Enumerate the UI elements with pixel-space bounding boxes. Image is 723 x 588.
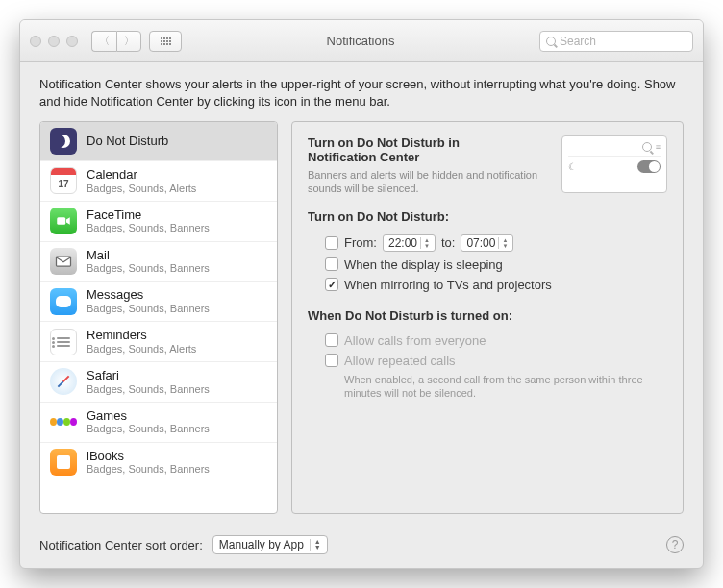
app-list[interactable]: Do Not Disturb 17 Calendar Badges, Sound… — [39, 121, 278, 514]
mirroring-label: When mirroring to TVs and projectors — [344, 278, 552, 292]
safari-icon — [50, 368, 77, 395]
sidebar-item-label: FaceTime — [87, 208, 210, 223]
titlebar: 〈 〉 Notifications Search — [20, 20, 703, 62]
sidebar-item-games[interactable]: Games Badges, Sounds, Banners — [40, 403, 277, 443]
sidebar-item-safari[interactable]: Safari Badges, Sounds, Banners — [40, 362, 277, 403]
grid-icon — [161, 37, 171, 45]
window-controls — [30, 36, 78, 47]
back-button[interactable]: 〈 — [91, 31, 116, 52]
preferences-window: 〈 〉 Notifications Search Notification Ce… — [19, 19, 704, 569]
detail-subtitle: Banners and alerts will be hidden and no… — [308, 168, 550, 196]
moon-icon: ☾ — [568, 161, 577, 172]
stepper-icon[interactable]: ▲▼ — [498, 237, 511, 249]
show-all-button[interactable] — [149, 31, 182, 52]
sidebar-item-sub: Badges, Sounds, Banners — [87, 463, 210, 476]
window-title: Notifications — [189, 34, 532, 48]
from-label: From: — [344, 235, 377, 250]
from-time-field[interactable]: 22:00 ▲▼ — [383, 234, 436, 252]
search-icon — [546, 37, 556, 46]
moon-icon — [50, 128, 77, 155]
mirroring-checkbox[interactable] — [325, 278, 338, 291]
footer: Notification Center sort order: Manually… — [20, 522, 703, 568]
minimize-window-icon[interactable] — [48, 36, 60, 47]
to-time-field[interactable]: 07:00 ▲▼ — [461, 234, 513, 252]
help-button[interactable]: ? — [666, 536, 684, 553]
svg-rect-0 — [57, 218, 65, 226]
allow-everyone-label: Allow calls from everyone — [344, 333, 486, 348]
allow-everyone-checkbox[interactable] — [325, 333, 338, 347]
from-checkbox[interactable] — [325, 236, 338, 250]
sidebar-item-calendar[interactable]: 17 Calendar Badges, Sounds, Alerts — [40, 161, 277, 202]
reminders-icon — [50, 329, 77, 355]
allow-repeated-label: Allow repeated calls — [344, 354, 456, 368]
messages-icon — [50, 288, 77, 315]
sidebar-item-label: Messages — [87, 287, 210, 303]
content-area: Do Not Disturb 17 Calendar Badges, Sound… — [20, 121, 703, 522]
forward-button[interactable]: 〉 — [116, 31, 141, 52]
nav-buttons: 〈 〉 — [91, 31, 141, 52]
close-window-icon[interactable] — [30, 36, 41, 47]
stepper-icon[interactable]: ▲▼ — [420, 237, 433, 249]
sidebar-item-sub: Badges, Sounds, Alerts — [87, 183, 196, 195]
ibooks-icon — [50, 449, 77, 476]
sidebar-item-ibooks[interactable]: iBooks Badges, Sounds, Banners — [40, 443, 277, 482]
turned-on-heading: When Do Not Disturb is turned on: — [308, 308, 667, 323]
detail-panel: Turn on Do Not Disturb inNotification Ce… — [291, 121, 684, 514]
list-icon: ≡ — [656, 142, 661, 152]
sidebar-item-do-not-disturb[interactable]: Do Not Disturb — [40, 122, 277, 161]
sleeping-checkbox[interactable] — [325, 257, 338, 271]
sidebar-item-sub: Badges, Sounds, Banners — [87, 222, 210, 234]
sort-order-dropdown[interactable]: Manually by App ▲▼ — [212, 535, 328, 554]
sidebar-item-label: Calendar — [87, 167, 196, 183]
sidebar-item-label: Reminders — [87, 328, 196, 343]
notification-center-thumbnail: ≡ ☾ — [561, 135, 667, 193]
toggle-switch-icon — [637, 160, 661, 173]
sidebar-item-label: Mail — [87, 248, 210, 263]
game-center-icon — [50, 408, 77, 435]
sidebar-item-facetime[interactable]: FaceTime Badges, Sounds, Banners — [40, 202, 277, 242]
sidebar-item-label: Games — [87, 408, 210, 424]
repeated-note: When enabled, a second call from the sam… — [308, 371, 667, 401]
sidebar-item-sub: Badges, Sounds, Banners — [87, 262, 210, 275]
sidebar-item-sub: Badges, Sounds, Alerts — [87, 343, 196, 355]
sidebar-item-sub: Badges, Sounds, Banners — [87, 303, 210, 315]
search-icon — [642, 142, 652, 152]
sidebar-item-label: Safari — [87, 368, 210, 383]
zoom-window-icon[interactable] — [66, 36, 78, 47]
sidebar-item-mail[interactable]: Mail Badges, Sounds, Banners — [40, 242, 277, 282]
chevron-updown-icon: ▲▼ — [310, 539, 321, 551]
to-label: to: — [441, 235, 455, 250]
sidebar-item-label: Do Not Disturb — [87, 134, 168, 149]
sidebar-item-sub: Badges, Sounds, Banners — [87, 383, 210, 396]
sidebar-item-messages[interactable]: Messages Badges, Sounds, Banners — [40, 282, 277, 322]
search-input[interactable]: Search — [539, 31, 693, 52]
svg-rect-1 — [57, 257, 71, 266]
sidebar-item-sub: Badges, Sounds, Banners — [87, 423, 210, 435]
sleeping-label: When the display is sleeping — [344, 257, 503, 272]
facetime-icon — [50, 208, 77, 234]
allow-repeated-checkbox[interactable] — [325, 354, 338, 367]
sidebar-item-reminders[interactable]: Reminders Badges, Sounds, Alerts — [40, 322, 277, 362]
description-text: Notification Center shows your alerts in… — [20, 62, 703, 121]
detail-title: Turn on Do Not Disturb inNotification Ce… — [308, 135, 550, 164]
calendar-icon: 17 — [50, 167, 77, 194]
mail-icon — [50, 248, 77, 275]
sort-label: Notification Center sort order: — [39, 538, 203, 552]
search-placeholder: Search — [560, 35, 596, 48]
schedule-heading: Turn on Do Not Disturb: — [308, 209, 667, 224]
sidebar-item-label: iBooks — [87, 449, 210, 464]
